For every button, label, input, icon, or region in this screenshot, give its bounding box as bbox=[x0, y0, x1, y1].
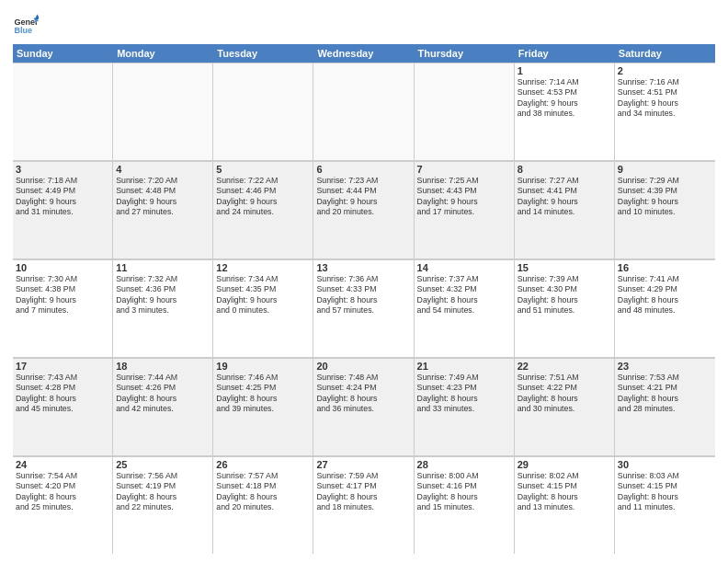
header-cell-tuesday: Tuesday bbox=[213, 44, 313, 63]
day-info: Sunrise: 7:57 AM Sunset: 4:18 PM Dayligh… bbox=[216, 471, 310, 513]
day-info: Sunrise: 7:56 AM Sunset: 4:19 PM Dayligh… bbox=[116, 471, 210, 513]
day-info: Sunrise: 7:29 AM Sunset: 4:39 PM Dayligh… bbox=[618, 176, 712, 218]
cal-cell-r0c3 bbox=[313, 63, 414, 160]
logo: General Blue bbox=[13, 13, 39, 39]
cal-cell-r2c1: 11Sunrise: 7:32 AM Sunset: 4:36 PM Dayli… bbox=[113, 259, 213, 357]
day-number: 26 bbox=[216, 459, 310, 470]
cal-cell-r1c0: 3Sunrise: 7:18 AM Sunset: 4:49 PM Daylig… bbox=[13, 161, 113, 259]
calendar-row-0: 1Sunrise: 7:14 AM Sunset: 4:53 PM Daylig… bbox=[13, 63, 715, 161]
day-number: 13 bbox=[316, 262, 410, 273]
cal-cell-r2c5: 15Sunrise: 7:39 AM Sunset: 4:30 PM Dayli… bbox=[515, 259, 615, 357]
day-info: Sunrise: 7:48 AM Sunset: 4:24 PM Dayligh… bbox=[316, 373, 410, 415]
page: General Blue SundayMondayTuesdayWednesda… bbox=[0, 0, 728, 563]
day-number: 24 bbox=[16, 459, 109, 470]
cal-cell-r3c3: 20Sunrise: 7:48 AM Sunset: 4:24 PM Dayli… bbox=[313, 358, 414, 455]
day-info: Sunrise: 7:30 AM Sunset: 4:38 PM Dayligh… bbox=[16, 274, 109, 316]
cal-cell-r4c4: 28Sunrise: 8:00 AM Sunset: 4:16 PM Dayli… bbox=[415, 456, 515, 554]
day-number: 15 bbox=[518, 262, 611, 273]
cal-cell-r2c3: 13Sunrise: 7:36 AM Sunset: 4:33 PM Dayli… bbox=[313, 259, 414, 357]
cal-cell-r4c3: 27Sunrise: 7:59 AM Sunset: 4:17 PM Dayli… bbox=[313, 456, 414, 554]
day-info: Sunrise: 7:18 AM Sunset: 4:49 PM Dayligh… bbox=[16, 176, 109, 218]
cal-cell-r4c1: 25Sunrise: 7:56 AM Sunset: 4:19 PM Dayli… bbox=[113, 456, 213, 554]
day-number: 4 bbox=[116, 164, 210, 175]
cal-cell-r4c0: 24Sunrise: 7:54 AM Sunset: 4:20 PM Dayli… bbox=[13, 456, 113, 554]
cal-cell-r4c2: 26Sunrise: 7:57 AM Sunset: 4:18 PM Dayli… bbox=[213, 456, 313, 554]
day-info: Sunrise: 7:44 AM Sunset: 4:26 PM Dayligh… bbox=[116, 373, 210, 415]
calendar-row-4: 24Sunrise: 7:54 AM Sunset: 4:20 PM Dayli… bbox=[13, 456, 715, 554]
cal-cell-r2c4: 14Sunrise: 7:37 AM Sunset: 4:32 PM Dayli… bbox=[415, 259, 515, 357]
day-info: Sunrise: 7:23 AM Sunset: 4:44 PM Dayligh… bbox=[316, 176, 410, 218]
day-info: Sunrise: 7:41 AM Sunset: 4:29 PM Dayligh… bbox=[618, 274, 712, 316]
day-info: Sunrise: 7:54 AM Sunset: 4:20 PM Dayligh… bbox=[16, 471, 109, 513]
cal-cell-r1c3: 6Sunrise: 7:23 AM Sunset: 4:44 PM Daylig… bbox=[313, 161, 414, 259]
day-number: 25 bbox=[116, 459, 210, 470]
day-info: Sunrise: 7:46 AM Sunset: 4:25 PM Dayligh… bbox=[216, 373, 310, 415]
day-number: 2 bbox=[618, 65, 712, 76]
cal-cell-r0c2 bbox=[213, 63, 313, 160]
calendar: SundayMondayTuesdayWednesdayThursdayFrid… bbox=[13, 44, 715, 554]
cal-cell-r1c4: 7Sunrise: 7:25 AM Sunset: 4:43 PM Daylig… bbox=[415, 161, 515, 259]
cal-cell-r3c6: 23Sunrise: 7:53 AM Sunset: 4:21 PM Dayli… bbox=[615, 358, 715, 455]
svg-text:Blue: Blue bbox=[14, 26, 32, 35]
day-info: Sunrise: 7:25 AM Sunset: 4:43 PM Dayligh… bbox=[417, 176, 511, 218]
calendar-row-2: 10Sunrise: 7:30 AM Sunset: 4:38 PM Dayli… bbox=[13, 259, 715, 358]
day-info: Sunrise: 7:37 AM Sunset: 4:32 PM Dayligh… bbox=[417, 274, 511, 316]
cal-cell-r0c6: 2Sunrise: 7:16 AM Sunset: 4:51 PM Daylig… bbox=[615, 63, 715, 160]
day-number: 18 bbox=[116, 361, 210, 372]
header: General Blue bbox=[13, 9, 715, 39]
cal-cell-r2c0: 10Sunrise: 7:30 AM Sunset: 4:38 PM Dayli… bbox=[13, 259, 113, 357]
day-info: Sunrise: 7:53 AM Sunset: 4:21 PM Dayligh… bbox=[618, 373, 712, 415]
day-number: 29 bbox=[518, 459, 611, 470]
day-number: 30 bbox=[618, 459, 712, 470]
header-cell-saturday: Saturday bbox=[615, 44, 715, 63]
day-info: Sunrise: 7:36 AM Sunset: 4:33 PM Dayligh… bbox=[316, 274, 410, 316]
logo-icon: General Blue bbox=[13, 13, 39, 39]
day-number: 21 bbox=[417, 361, 511, 372]
day-info: Sunrise: 7:59 AM Sunset: 4:17 PM Dayligh… bbox=[316, 471, 410, 513]
day-number: 19 bbox=[216, 361, 310, 372]
cal-cell-r2c2: 12Sunrise: 7:34 AM Sunset: 4:35 PM Dayli… bbox=[213, 259, 313, 357]
cal-cell-r3c2: 19Sunrise: 7:46 AM Sunset: 4:25 PM Dayli… bbox=[213, 358, 313, 455]
cal-cell-r3c5: 22Sunrise: 7:51 AM Sunset: 4:22 PM Dayli… bbox=[515, 358, 615, 455]
cal-cell-r0c4 bbox=[415, 63, 515, 160]
day-info: Sunrise: 7:27 AM Sunset: 4:41 PM Dayligh… bbox=[518, 176, 611, 218]
day-number: 9 bbox=[618, 164, 712, 175]
calendar-body: 1Sunrise: 7:14 AM Sunset: 4:53 PM Daylig… bbox=[13, 63, 715, 554]
day-number: 5 bbox=[216, 164, 310, 175]
day-number: 11 bbox=[116, 262, 210, 273]
cal-cell-r1c5: 8Sunrise: 7:27 AM Sunset: 4:41 PM Daylig… bbox=[515, 161, 615, 259]
calendar-header: SundayMondayTuesdayWednesdayThursdayFrid… bbox=[13, 44, 715, 63]
cal-cell-r0c5: 1Sunrise: 7:14 AM Sunset: 4:53 PM Daylig… bbox=[515, 63, 615, 160]
cal-cell-r1c2: 5Sunrise: 7:22 AM Sunset: 4:46 PM Daylig… bbox=[213, 161, 313, 259]
day-number: 28 bbox=[417, 459, 511, 470]
day-number: 3 bbox=[16, 164, 109, 175]
cal-cell-r0c1 bbox=[113, 63, 213, 160]
day-info: Sunrise: 7:39 AM Sunset: 4:30 PM Dayligh… bbox=[518, 274, 611, 316]
cal-cell-r2c6: 16Sunrise: 7:41 AM Sunset: 4:29 PM Dayli… bbox=[615, 259, 715, 357]
day-info: Sunrise: 8:02 AM Sunset: 4:15 PM Dayligh… bbox=[518, 471, 611, 513]
day-number: 1 bbox=[518, 65, 611, 76]
header-cell-monday: Monday bbox=[113, 44, 213, 63]
header-cell-wednesday: Wednesday bbox=[313, 44, 414, 63]
cal-cell-r4c6: 30Sunrise: 8:03 AM Sunset: 4:15 PM Dayli… bbox=[615, 456, 715, 554]
day-info: Sunrise: 7:49 AM Sunset: 4:23 PM Dayligh… bbox=[417, 373, 511, 415]
day-number: 22 bbox=[518, 361, 611, 372]
day-info: Sunrise: 7:34 AM Sunset: 4:35 PM Dayligh… bbox=[216, 274, 310, 316]
day-number: 20 bbox=[316, 361, 410, 372]
cal-cell-r1c1: 4Sunrise: 7:20 AM Sunset: 4:48 PM Daylig… bbox=[113, 161, 213, 259]
calendar-row-1: 3Sunrise: 7:18 AM Sunset: 4:49 PM Daylig… bbox=[13, 161, 715, 259]
day-info: Sunrise: 7:20 AM Sunset: 4:48 PM Dayligh… bbox=[116, 176, 210, 218]
header-cell-sunday: Sunday bbox=[13, 44, 113, 63]
day-number: 27 bbox=[316, 459, 410, 470]
day-info: Sunrise: 7:51 AM Sunset: 4:22 PM Dayligh… bbox=[518, 373, 611, 415]
day-info: Sunrise: 8:00 AM Sunset: 4:16 PM Dayligh… bbox=[417, 471, 511, 513]
cal-cell-r1c6: 9Sunrise: 7:29 AM Sunset: 4:39 PM Daylig… bbox=[615, 161, 715, 259]
day-info: Sunrise: 7:22 AM Sunset: 4:46 PM Dayligh… bbox=[216, 176, 310, 218]
day-info: Sunrise: 7:32 AM Sunset: 4:36 PM Dayligh… bbox=[116, 274, 210, 316]
day-number: 6 bbox=[316, 164, 410, 175]
day-number: 12 bbox=[216, 262, 310, 273]
day-number: 14 bbox=[417, 262, 511, 273]
day-info: Sunrise: 8:03 AM Sunset: 4:15 PM Dayligh… bbox=[618, 471, 712, 513]
day-number: 8 bbox=[518, 164, 611, 175]
day-info: Sunrise: 7:43 AM Sunset: 4:28 PM Dayligh… bbox=[16, 373, 109, 415]
